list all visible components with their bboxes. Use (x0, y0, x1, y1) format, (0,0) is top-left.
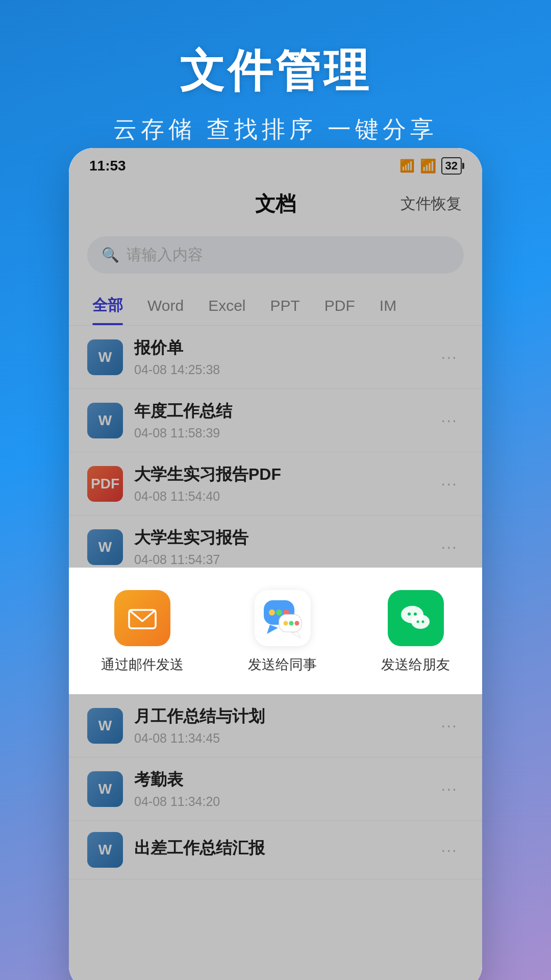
share-item-wechat[interactable]: 发送给朋友 (381, 590, 450, 674)
app-main-title: 文件管理 (0, 41, 551, 102)
svg-point-16 (421, 621, 424, 623)
svg-point-14 (414, 612, 417, 616)
wechat-share-label: 发送给朋友 (381, 655, 450, 674)
colleague-share-label: 发送给同事 (248, 655, 317, 674)
share-item-email[interactable]: 通过邮件发送 (101, 590, 184, 674)
share-popup: 通过邮件发送 (69, 568, 482, 694)
svg-point-8 (283, 621, 288, 626)
svg-marker-7 (291, 632, 300, 638)
svg-point-9 (289, 621, 293, 626)
share-item-colleague[interactable]: 发送给同事 (248, 590, 317, 674)
email-share-label: 通过邮件发送 (101, 655, 184, 674)
share-overlay[interactable]: 通过邮件发送 (69, 148, 482, 980)
svg-point-3 (269, 609, 275, 616)
svg-marker-2 (267, 625, 278, 634)
svg-point-10 (294, 621, 299, 626)
svg-point-15 (416, 621, 419, 623)
colleague-share-icon (255, 590, 311, 646)
svg-point-12 (411, 615, 430, 629)
app-subtitle: 云存储 查找排序 一键分享 (0, 114, 551, 145)
svg-point-13 (408, 612, 411, 616)
email-share-icon (114, 590, 170, 646)
header-section: 文件管理 云存储 查找排序 一键分享 (0, 0, 551, 166)
phone-frame: 11:53 📶 📶 32 文档 文件恢复 🔍 请输入内容 全部 Word Exc… (69, 148, 482, 980)
svg-point-4 (276, 609, 282, 616)
wechat-share-icon (388, 590, 444, 646)
